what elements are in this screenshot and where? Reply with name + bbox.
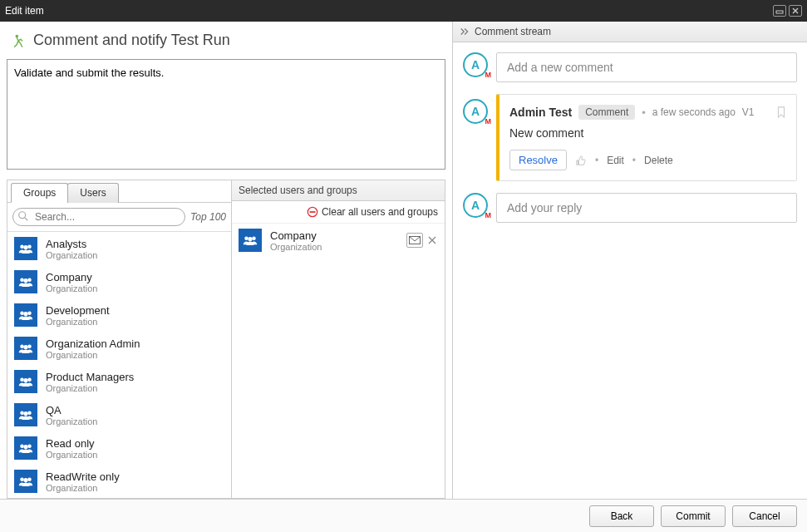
groups-list[interactable]: AnalystsOrganizationCompanyOrganizationD… — [7, 232, 231, 498]
group-name: Product Managers — [46, 371, 134, 383]
group-icon — [14, 470, 37, 493]
tab-groups[interactable]: Groups — [11, 183, 68, 203]
cancel-button[interactable]: Cancel — [732, 505, 797, 527]
search-input[interactable] — [12, 208, 185, 226]
svg-point-6 — [20, 278, 24, 283]
group-item[interactable]: DevelopmentOrganization — [7, 298, 231, 332]
svg-point-11 — [23, 312, 27, 316]
like-icon[interactable] — [575, 155, 587, 166]
group-name: Company — [46, 271, 97, 283]
svg-point-13 — [27, 345, 32, 349]
group-name: Analysts — [46, 238, 97, 250]
svg-rect-28 — [309, 211, 315, 213]
avatar: AM — [463, 99, 488, 124]
svg-point-29 — [244, 237, 248, 241]
tab-users[interactable]: Users — [67, 183, 118, 203]
svg-point-16 — [27, 378, 32, 382]
group-type: Organization — [46, 450, 97, 460]
group-icon — [14, 436, 37, 460]
svg-point-10 — [27, 312, 32, 316]
avatar: AM — [463, 52, 488, 77]
stream-title: Comment stream — [475, 26, 551, 37]
group-icon — [14, 337, 37, 360]
svg-point-17 — [23, 378, 27, 382]
svg-point-7 — [27, 278, 32, 283]
edit-link[interactable]: Edit — [607, 155, 624, 166]
selected-header: Selected users and groups — [232, 180, 445, 201]
remove-icon[interactable] — [426, 233, 438, 248]
comment-version: V1 — [742, 106, 755, 118]
group-type: Organization — [46, 483, 120, 493]
top-count-label: Top 100 — [190, 211, 226, 223]
window-title: Edit item — [5, 5, 44, 17]
svg-point-15 — [20, 378, 24, 382]
group-type: Organization — [46, 317, 110, 327]
resolve-button[interactable]: Resolve — [509, 150, 567, 170]
svg-point-9 — [20, 312, 24, 316]
titlebar: Edit item — [0, 0, 807, 22]
group-item[interactable]: CompanyOrganization — [7, 265, 231, 298]
run-icon — [12, 33, 27, 48]
svg-point-2 — [19, 212, 26, 219]
svg-point-20 — [23, 411, 27, 416]
selected-name: Company — [270, 229, 322, 242]
mail-icon[interactable] — [406, 233, 423, 248]
group-name: Development — [46, 304, 110, 317]
group-type: Organization — [46, 416, 97, 426]
selected-item: CompanyOrganization — [232, 224, 445, 257]
close-button[interactable] — [789, 5, 802, 17]
group-icon — [14, 270, 37, 293]
commit-button[interactable]: Commit — [661, 505, 726, 527]
group-type: Organization — [46, 250, 97, 260]
svg-point-5 — [23, 245, 27, 249]
minimize-button[interactable] — [773, 5, 786, 17]
bookmark-icon[interactable] — [776, 106, 786, 118]
svg-point-31 — [248, 237, 252, 241]
right-panel: Comment stream AM Add a new comment AM A… — [453, 22, 807, 499]
group-name: QA — [46, 404, 97, 416]
svg-point-24 — [20, 478, 24, 482]
svg-point-19 — [27, 411, 32, 416]
back-button[interactable]: Back — [589, 505, 654, 527]
comment-card: Admin Test Comment • a few seconds ago V… — [496, 94, 797, 181]
group-item[interactable]: QAOrganization — [7, 398, 231, 431]
clear-all-label: Clear all users and groups — [322, 206, 438, 218]
group-item[interactable]: ReadWrite onlyOrganization — [7, 465, 231, 498]
chevron-right-icon[interactable] — [460, 27, 471, 37]
avatar: AM — [463, 193, 488, 218]
group-name: ReadWrite only — [46, 470, 120, 483]
new-comment-input[interactable]: Add a new comment — [496, 52, 797, 82]
group-type: Organization — [46, 383, 134, 393]
user-group-picker: Groups Users Top 100 AnalystsOrganizatio… — [7, 180, 445, 499]
selected-type: Organization — [270, 242, 322, 252]
svg-point-3 — [20, 245, 24, 249]
svg-point-23 — [23, 445, 27, 449]
svg-point-4 — [27, 245, 32, 249]
group-icon — [14, 370, 37, 393]
group-icon — [14, 403, 37, 426]
delete-link[interactable]: Delete — [644, 155, 673, 166]
reply-input[interactable]: Add your reply — [496, 193, 797, 223]
dialog-footer: Back Commit Cancel — [0, 499, 807, 532]
left-panel: Comment and notify Test Run Groups Users… — [0, 22, 453, 499]
group-item[interactable]: Product ManagersOrganization — [7, 365, 231, 398]
svg-point-30 — [252, 237, 256, 241]
group-item[interactable]: Read onlyOrganization — [7, 431, 231, 465]
clear-all-row[interactable]: Clear all users and groups — [232, 201, 445, 224]
group-icon — [239, 229, 262, 252]
clear-icon — [307, 206, 318, 218]
svg-point-8 — [23, 278, 27, 283]
svg-point-18 — [20, 411, 24, 416]
group-type: Organization — [46, 350, 140, 360]
comment-author: Admin Test — [509, 106, 572, 119]
search-icon — [17, 210, 29, 222]
window-buttons — [773, 5, 802, 17]
comment-stream-header: Comment stream — [453, 22, 807, 42]
selected-list: CompanyOrganization — [232, 224, 445, 498]
description-textarea[interactable] — [7, 59, 445, 170]
svg-point-14 — [23, 345, 27, 349]
group-name: Organization Admin — [46, 337, 140, 350]
group-item[interactable]: AnalystsOrganization — [7, 232, 231, 265]
svg-point-22 — [27, 445, 32, 449]
group-item[interactable]: Organization AdminOrganization — [7, 332, 231, 365]
